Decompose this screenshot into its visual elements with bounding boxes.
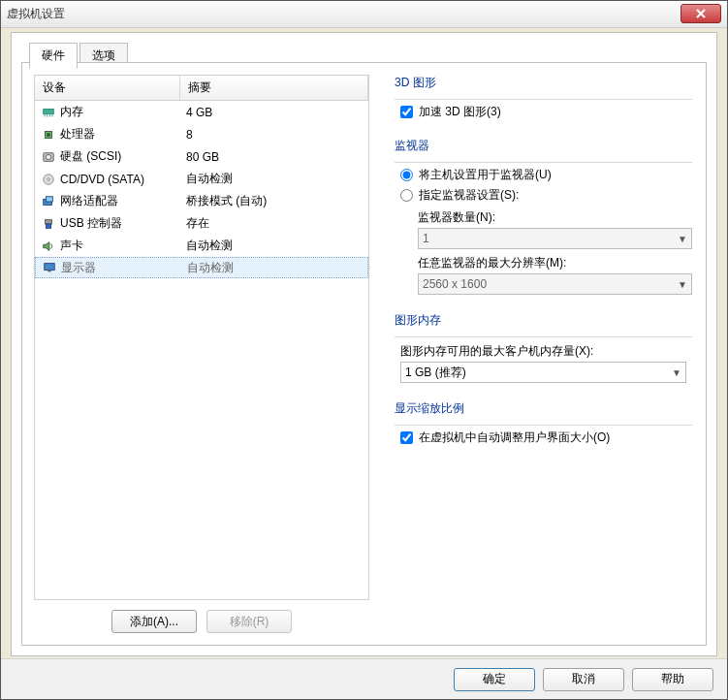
table-row[interactable]: 内存4 GB xyxy=(35,101,368,123)
svg-rect-3 xyxy=(49,114,50,116)
titlebar: 虚拟机设置 xyxy=(1,1,727,28)
autoscale-checkbox[interactable]: 在虚拟机中自动调整用户界面大小(O) xyxy=(400,430,692,446)
device-cell: 处理器 xyxy=(35,125,180,143)
hardware-panel: 设备 摘要 内存4 GB处理器8硬盘 (SCSI)80 GBCD/DVD (SA… xyxy=(22,63,381,645)
specify-radio[interactable]: 指定监视器设置(S): xyxy=(400,187,692,204)
device-cell: 内存 xyxy=(35,103,180,121)
use-host-label: 将主机设置用于监视器(U) xyxy=(419,167,552,183)
table-row[interactable]: 网络适配器桥接模式 (自动) xyxy=(35,190,368,212)
ok-button[interactable]: 确定 xyxy=(454,668,535,691)
table-row[interactable]: 处理器8 xyxy=(35,123,368,145)
net-icon xyxy=(41,194,56,209)
sound-icon xyxy=(41,239,56,254)
table-row[interactable]: CD/DVD (SATA)自动检测 xyxy=(35,168,368,190)
device-name: 硬盘 (SCSI) xyxy=(60,148,121,165)
maxres-value: 2560 x 1600 xyxy=(423,277,487,291)
device-name: CD/DVD (SATA) xyxy=(60,173,144,186)
summary-cell: 自动检测 xyxy=(181,259,367,277)
specify-input[interactable] xyxy=(400,189,413,202)
chevron-down-icon: ▼ xyxy=(672,367,681,378)
device-table: 设备 摘要 内存4 GB处理器8硬盘 (SCSI)80 GBCD/DVD (SA… xyxy=(34,75,369,600)
table-row[interactable]: 显示器自动检测 xyxy=(35,257,368,278)
group-monitors-title: 监视器 xyxy=(395,138,692,156)
gmem-select[interactable]: 1 GB (推荐) ▼ xyxy=(400,362,686,383)
table-row[interactable]: 硬盘 (SCSI)80 GB xyxy=(35,145,368,168)
device-name: 内存 xyxy=(60,104,83,120)
device-name: 声卡 xyxy=(60,238,83,254)
dialog-body: 硬件 选项 设备 摘要 内存4 GB处理器8硬盘 (SCSI)80 GBCD/D… xyxy=(11,32,717,656)
accel-3d-input[interactable] xyxy=(400,106,413,118)
settings-panel: 3D 图形 加速 3D 图形(3) 监视器 将主机设置用于监视器(U) xyxy=(381,63,706,645)
svg-rect-15 xyxy=(45,264,55,270)
table-row[interactable]: 声卡自动检测 xyxy=(35,235,368,257)
summary-cell: 自动检测 xyxy=(180,170,368,188)
usb-icon xyxy=(41,216,56,232)
use-host-input[interactable] xyxy=(400,169,413,181)
device-cell: CD/DVD (SATA) xyxy=(35,170,180,188)
svg-rect-0 xyxy=(44,109,54,113)
window-title: 虚拟机设置 xyxy=(7,6,65,22)
svg-point-8 xyxy=(46,154,50,159)
accel-3d-checkbox[interactable]: 加速 3D 图形(3) xyxy=(400,104,692,120)
svg-rect-12 xyxy=(46,196,52,201)
svg-point-10 xyxy=(47,177,50,180)
device-name: USB 控制器 xyxy=(60,215,122,232)
close-icon xyxy=(696,9,706,18)
table-row[interactable]: USB 控制器存在 xyxy=(35,212,368,235)
divider xyxy=(395,99,692,100)
group-gmem-title: 图形内存 xyxy=(395,312,692,331)
display-icon xyxy=(42,260,57,275)
svg-rect-13 xyxy=(46,219,52,223)
group-graphics-memory: 图形内存 图形内存可用的最大客户机内存量(X): 1 GB (推荐) ▼ xyxy=(395,312,692,383)
group-monitors: 监视器 将主机设置用于监视器(U) 指定监视器设置(S): 监视器数量(N): … xyxy=(395,138,692,295)
tab-content: 设备 摘要 内存4 GB处理器8硬盘 (SCSI)80 GBCD/DVD (SA… xyxy=(21,62,707,646)
group-3d-title: 3D 图形 xyxy=(395,75,692,93)
device-cell: 显示器 xyxy=(36,259,181,277)
group-scale-title: 显示缩放比例 xyxy=(395,400,692,419)
summary-cell: 8 xyxy=(180,125,368,143)
summary-cell: 桥接模式 (自动) xyxy=(180,192,368,210)
svg-rect-4 xyxy=(52,114,53,116)
svg-rect-16 xyxy=(47,270,51,272)
device-cell: USB 控制器 xyxy=(35,214,180,233)
accel-3d-label: 加速 3D 图形(3) xyxy=(419,104,501,120)
monitor-count-label: 监视器数量(N): xyxy=(418,209,692,226)
close-button[interactable] xyxy=(681,4,721,23)
gmem-value: 1 GB (推荐) xyxy=(405,365,466,381)
divider xyxy=(395,336,692,337)
specify-label: 指定监视器设置(S): xyxy=(419,187,519,204)
memory-icon xyxy=(41,105,56,120)
table-header: 设备 摘要 xyxy=(35,76,368,101)
use-host-radio[interactable]: 将主机设置用于监视器(U) xyxy=(400,167,692,183)
col-device-header: 设备 xyxy=(35,76,180,100)
chevron-down-icon: ▼ xyxy=(678,234,687,244)
divider xyxy=(395,425,692,426)
device-cell: 硬盘 (SCSI) xyxy=(35,147,180,166)
monitor-count-select: 1 ▼ xyxy=(418,228,692,249)
group-display-scale: 显示缩放比例 在虚拟机中自动调整用户界面大小(O) xyxy=(395,400,692,446)
maxres-label: 任意监视器的最大分辨率(M): xyxy=(418,255,692,271)
summary-cell: 存在 xyxy=(180,214,368,233)
svg-rect-14 xyxy=(46,224,50,228)
divider xyxy=(395,162,692,163)
device-name: 处理器 xyxy=(60,126,95,143)
autoscale-input[interactable] xyxy=(400,431,413,444)
cpu-icon xyxy=(41,127,56,143)
autoscale-label: 在虚拟机中自动调整用户界面大小(O) xyxy=(419,430,610,446)
add-button[interactable]: 添加(A)... xyxy=(111,610,197,633)
cancel-button[interactable]: 取消 xyxy=(543,668,624,691)
help-button[interactable]: 帮助 xyxy=(632,668,713,691)
device-cell: 声卡 xyxy=(35,237,180,255)
disk-icon xyxy=(41,149,56,165)
summary-cell: 自动检测 xyxy=(180,237,368,255)
group-3d-graphics: 3D 图形 加速 3D 图形(3) xyxy=(395,75,692,120)
monitor-count-value: 1 xyxy=(423,232,429,245)
remove-button[interactable]: 移除(R) xyxy=(206,610,292,633)
maxres-select: 2560 x 1600 ▼ xyxy=(418,273,692,295)
gmem-label: 图形内存可用的最大客户机内存量(X): xyxy=(400,343,692,360)
tabs: 硬件 选项 xyxy=(21,43,707,62)
svg-rect-6 xyxy=(47,133,50,137)
summary-cell: 4 GB xyxy=(180,103,368,121)
tab-hardware[interactable]: 硬件 xyxy=(29,43,78,69)
vm-settings-window: 虚拟机设置 硬件 选项 设备 摘要 内存4 GB处理器8硬盘 (SCSI)80 … xyxy=(0,0,728,700)
